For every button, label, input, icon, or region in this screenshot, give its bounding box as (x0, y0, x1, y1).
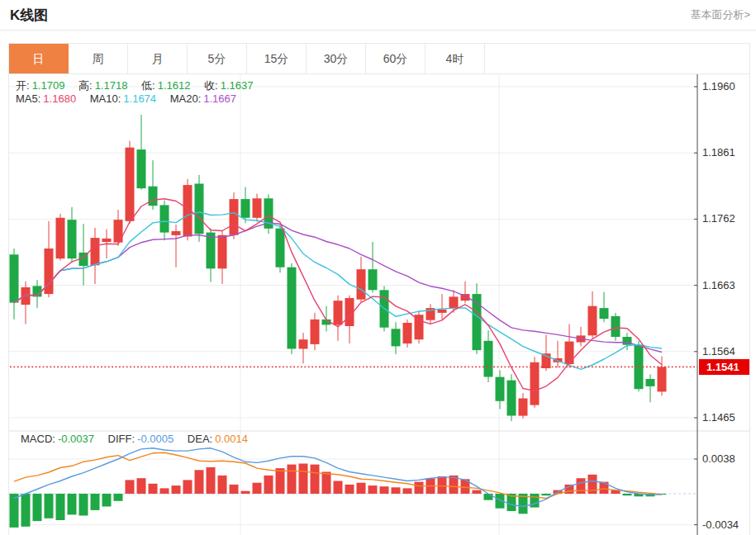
chart-area: 开:1.1709 高:1.1718 低:1.1612 收:1.1637 MA5:… (9, 74, 749, 535)
low-value: 1.1612 (158, 79, 191, 92)
tab-4hour[interactable]: 4时 (426, 44, 485, 73)
ma20-label: MA20: (170, 92, 202, 105)
low-label: 低: (141, 79, 155, 92)
close-value: 1.1637 (221, 79, 254, 92)
dea-value: 0.0014 (215, 433, 248, 445)
tab-5min[interactable]: 5分 (188, 44, 247, 73)
kline-panel: 日 周 月 5分 15分 30分 60分 4时 开:1.1709 高:1.171… (8, 43, 750, 535)
ma5-label: MA5: (16, 92, 40, 105)
ma10-label: MA10: (90, 92, 121, 105)
diff-value: -0.0005 (137, 433, 174, 445)
y-axis-label: 1.1960 (702, 80, 735, 92)
y-axis-label: 1.1861 (702, 146, 735, 159)
tab-60min[interactable]: 60分 (366, 44, 426, 73)
fundamental-analysis-link[interactable]: 基本面分析> (690, 7, 750, 22)
open-label: 开: (16, 79, 30, 92)
y-axis-label: 1.1564 (702, 345, 735, 357)
tab-day[interactable]: 日 (9, 44, 69, 73)
ma-legend: MA5:1.1680 MA10:1.1674 MA20:1.1667 (16, 92, 236, 105)
macd-label: MACD: (21, 433, 55, 445)
macd-legend: MACD:-0.0037 DIFF:-0.0005 DEA:0.0014 (21, 433, 248, 445)
candlestick-chart[interactable] (9, 74, 749, 535)
close-label: 收: (204, 79, 218, 92)
ma5-value: 1.1680 (43, 92, 76, 105)
tab-30min[interactable]: 30分 (307, 44, 366, 73)
dea-label: DEA: (188, 433, 212, 445)
high-value: 1.1718 (95, 79, 128, 92)
diff-label: DIFF: (108, 433, 136, 445)
y-axis-label: 0.0038 (702, 452, 735, 465)
page-header: K线图 基本面分析> (0, 0, 756, 31)
ohlc-legend: 开:1.1709 高:1.1718 低:1.1612 收:1.1637 (16, 78, 253, 93)
last-price-badge: 1.1541 (699, 359, 749, 375)
tab-15min[interactable]: 15分 (247, 44, 307, 73)
high-label: 高: (78, 79, 93, 92)
open-value: 1.1709 (32, 79, 65, 92)
y-axis-label: -0.0034 (702, 518, 739, 531)
ma20-value: 1.1667 (203, 92, 236, 105)
macd-value: -0.0037 (58, 433, 94, 445)
y-axis-label: 1.1465 (702, 411, 735, 424)
ma10-value: 1.1674 (123, 92, 156, 105)
tab-week[interactable]: 周 (69, 44, 128, 73)
page-title: K线图 (10, 6, 48, 25)
y-axis-label: 1.1663 (702, 279, 735, 291)
interval-tabs: 日 周 月 5分 15分 30分 60分 4时 (9, 44, 749, 74)
tab-month[interactable]: 月 (128, 44, 188, 73)
y-axis-label: 1.1762 (702, 212, 735, 225)
